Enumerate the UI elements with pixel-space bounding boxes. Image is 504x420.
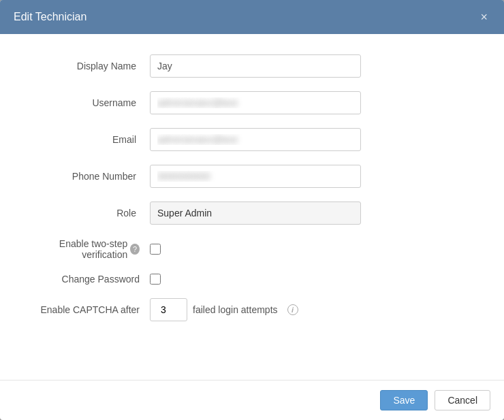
two-step-label-wrap: Enable two-step verification ? — [27, 238, 150, 260]
change-password-group: Change Password — [27, 274, 477, 285]
email-label: Email — [27, 134, 150, 145]
cancel-button[interactable]: Cancel — [435, 390, 490, 410]
change-password-label: Change Password — [62, 274, 140, 285]
email-group: Email — [27, 128, 477, 151]
close-button[interactable]: × — [477, 10, 490, 25]
display-name-group: Display Name — [27, 54, 477, 78]
captcha-info-icon[interactable]: i — [287, 304, 298, 315]
phone-number-input[interactable] — [150, 165, 361, 188]
captcha-number-input[interactable] — [150, 298, 187, 321]
change-password-checkbox[interactable] — [150, 274, 161, 285]
display-name-input[interactable] — [150, 54, 361, 78]
two-step-label: Enable two-step verification — [27, 238, 127, 260]
username-group: Username — [27, 91, 477, 114]
captcha-label: Enable CAPTCHA after — [27, 304, 150, 315]
phone-number-group: Phone Number — [27, 165, 477, 188]
change-password-label-wrap: Change Password — [27, 274, 150, 285]
captcha-group: Enable CAPTCHA after failed login attemp… — [27, 298, 477, 321]
modal-body: Display Name Username Email Phone Number… — [0, 34, 504, 380]
role-group: Role Super Admin — [27, 201, 477, 225]
modal-title: Edit Technician — [14, 11, 86, 23]
username-input[interactable] — [150, 91, 361, 114]
email-input[interactable] — [150, 128, 361, 151]
edit-technician-modal: Edit Technician × Display Name Username … — [0, 0, 504, 420]
username-label: Username — [27, 97, 150, 108]
display-name-label: Display Name — [27, 61, 150, 71]
captcha-suffix-text: failed login attempts — [193, 304, 278, 315]
modal-footer: Save Cancel — [0, 380, 504, 420]
two-step-checkbox[interactable] — [150, 244, 161, 255]
role-value: Super Admin — [150, 201, 361, 225]
captcha-input-wrap: failed login attempts i — [150, 298, 298, 321]
modal-header: Edit Technician × — [0, 0, 504, 34]
two-step-help-icon[interactable]: ? — [130, 244, 140, 255]
two-step-group: Enable two-step verification ? — [27, 238, 477, 260]
modal-overlay: Edit Technician × Display Name Username … — [0, 0, 504, 420]
save-button[interactable]: Save — [380, 390, 428, 410]
role-label: Role — [27, 208, 150, 219]
phone-number-label: Phone Number — [27, 171, 150, 182]
